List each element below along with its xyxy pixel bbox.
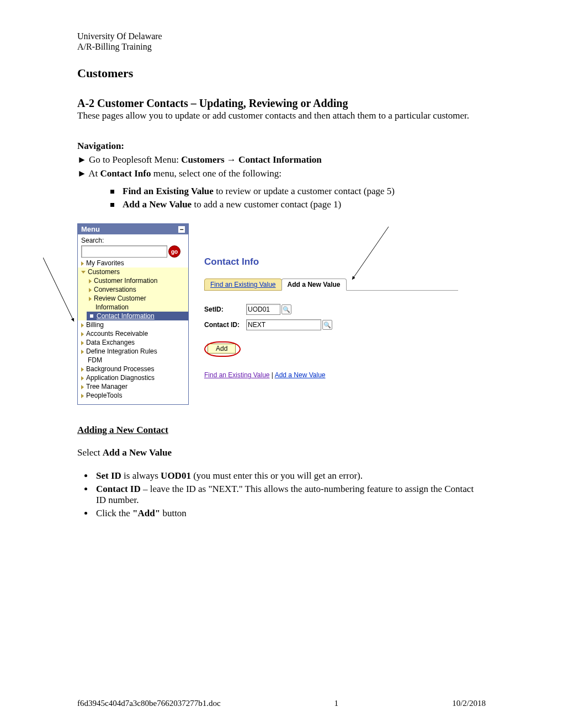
collapse-icon[interactable]: − [178,226,185,233]
triangle-down-icon [81,271,86,274]
menu-billing[interactable]: Billing [81,320,185,329]
menu-customer-information[interactable]: Customer Information [89,276,185,285]
triangle-right-icon [81,385,84,389]
menu-contact-information[interactable]: Contact Information [87,312,188,320]
menu-item-label: Customers [88,268,120,276]
b2a: Contact ID [96,484,141,494]
contactid-label: Contact ID: [204,321,246,329]
b3c: button [160,508,187,518]
footer-page: 1 [334,699,339,708]
b1c: UOD01 [161,470,191,481]
option-add: Add a New Value to add a new customer co… [110,199,486,210]
menu-item-label: Review Customer [94,295,146,302]
go-button[interactable]: go [168,245,180,258]
footer-date: 10/2/2018 [452,699,486,708]
option-find-bold: Find an Existing Value [123,186,214,196]
svg-line-0 [43,258,74,322]
contactid-input[interactable] [246,319,321,330]
setid-label: SetID: [204,306,246,313]
add-button[interactable]: Add [208,344,236,354]
search-label: Search: [81,237,185,244]
menu-item-label: Billing [86,321,104,329]
menu-item-label: Background Processes [86,365,154,373]
triangle-right-icon [81,332,84,336]
menu-item-label: Data Exchanges [86,339,135,346]
triangle-right-icon [81,394,84,398]
menu-review-customer-line2: Information [89,303,185,312]
contact-info-panel: Contact Info Find an Existing Value Add … [204,223,486,379]
menu-item-label: Tree Manager [86,383,128,390]
menu-item-label: Application Diagnostics [86,374,155,382]
triangle-right-icon [81,376,84,381]
menu-item-label: Conversations [94,286,136,293]
bullet-contactid: Contact ID – leave the ID as "NEXT." Thi… [94,484,486,506]
link-add-new[interactable]: Add a New Value [275,371,326,379]
triangle-right-icon [89,288,92,292]
intro-text: These pages allow you to update or add c… [77,110,486,122]
b1b: is always [121,470,161,481]
menu-define-integration-rules[interactable]: Define Integration Rules [81,347,185,356]
select-line: Select Add a New Value [77,447,486,459]
triangle-right-icon [81,261,84,266]
triangle-right-icon [81,341,84,345]
adding-contact-heading-text: Adding a New Contact [77,425,168,435]
link-find-existing[interactable]: Find an Existing Value [204,371,270,379]
option-add-bold: Add a New Value [123,199,192,210]
bullet-icon [90,314,93,318]
menu-item-label: Define Integration Rules [86,347,157,355]
tab-find-existing[interactable]: Find an Existing Value [204,279,282,291]
footer-filename: f6d3945c404d7a3c80be7662037277b1.doc [77,699,221,708]
triangle-right-icon [89,297,92,301]
menu-conversations[interactable]: Conversations [89,285,185,294]
doc-header-course: A/R-Billing Training [77,41,486,52]
page-title: Customers [77,66,486,81]
menu-tree-manager[interactable]: Tree Manager [81,382,185,391]
menu-application-diagnostics[interactable]: Application Diagnostics [81,373,185,382]
menu-item-label: Contact Information [97,312,155,320]
menu-accounts-receivable[interactable]: Accounts Receivable [81,329,185,338]
nav-line-2b: Contact Info [100,168,151,179]
option-add-text: to add a new customer contact (page 1) [192,199,341,210]
triangle-right-icon [81,350,84,354]
menu-my-favorites[interactable]: My Favorites [81,259,185,267]
menu-customers[interactable]: Customers [81,267,185,276]
menu-data-exchanges[interactable]: Data Exchanges [81,338,185,347]
adding-contact-heading: Adding a New Contact [77,425,486,436]
nav-line-2: ► At Contact Info menu, select one of th… [77,168,486,180]
triangle-right-icon [81,367,84,372]
nav-line-2a: ► At [77,168,100,179]
panel-title: Contact Info [204,256,486,267]
triangle-right-icon [81,323,84,328]
section-title: A-2 Customer Contacts – Updating, Review… [77,97,486,110]
b2b: – leave the ID as "NEXT." This allows th… [96,484,474,505]
menu-item-label: PeopleTools [86,392,122,399]
menu-title: Menu [81,225,100,233]
menu-item-label: Accounts Receivable [86,330,148,338]
b3a: Click the [96,508,132,518]
doc-header-org: University Of Delaware [77,31,486,41]
menu-item-label: Customer Information [94,277,157,285]
setid-input[interactable] [246,304,280,315]
tab-add-new[interactable]: Add a New Value [282,279,347,291]
menu-titlebar: Menu − [78,224,188,234]
nav-line-2c: menu, select one of the following: [151,168,282,179]
lookup-icon[interactable]: 🔍 [322,320,332,330]
b3b: "Add" [132,508,160,518]
bullet-add: Click the "Add" button [94,508,486,519]
nav-line-1a: ► Go to Peoplesoft Menu: [77,154,181,165]
navigation-label: Navigation: [77,140,486,153]
lookup-icon[interactable]: 🔍 [282,304,291,314]
menu-define-integration-rules-line2: FDM [81,356,185,365]
menu-item-label: My Favorites [86,259,124,267]
select-a: Select [77,447,103,458]
menu-background-processes[interactable]: Background Processes [81,365,185,373]
search-input[interactable] [81,245,167,258]
peoplesoft-menu: Menu − Search: go My Favorites Customers… [77,223,189,405]
triangle-right-icon [89,279,92,283]
select-b: Add a New Value [103,447,172,458]
bullet-setid: Set ID is always UOD01 (you must enter t… [94,470,486,481]
nav-line-1b: Customers → Contact Information [181,154,322,165]
option-find: Find an Existing Value to review or upda… [110,186,486,197]
menu-peopletools[interactable]: PeopleTools [81,391,185,400]
menu-review-customer[interactable]: Review Customer [89,294,185,303]
